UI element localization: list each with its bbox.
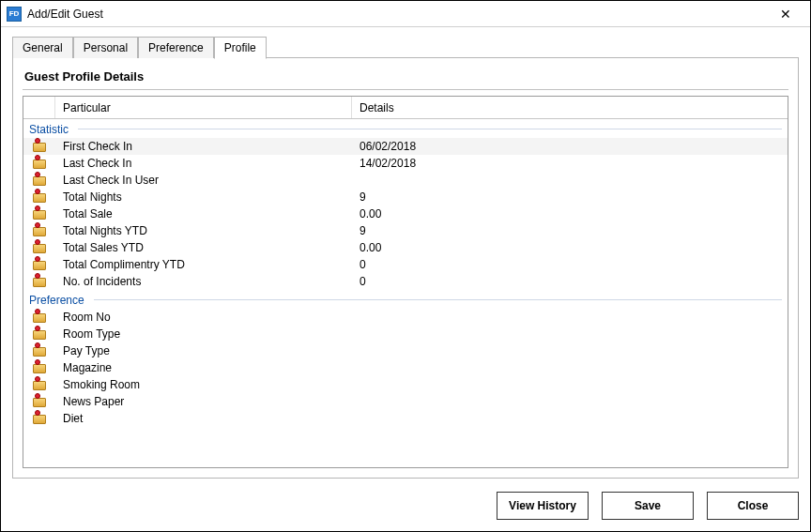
panel-title: Guest Profile Details xyxy=(23,66,788,90)
window-title: Add/Edit Guest xyxy=(27,8,767,21)
cell-details: 0.00 xyxy=(352,241,788,254)
cell-details: 14/02/2018 xyxy=(352,157,788,170)
cell-particular: Total Complimentry YTD xyxy=(55,258,352,271)
view-history-button[interactable]: View History xyxy=(497,492,589,520)
table-row[interactable]: Smoking Room xyxy=(23,376,788,393)
dialog-window: FD Add/Edit Guest ✕ General Personal Pre… xyxy=(0,0,811,532)
cell-particular: Room No xyxy=(55,311,352,324)
row-icon-cell xyxy=(23,312,55,323)
row-icon-cell xyxy=(23,242,55,253)
table-row[interactable]: Total Complimentry YTD0 xyxy=(23,256,788,273)
guest-folder-icon xyxy=(33,379,46,390)
table-row[interactable]: Total Nights9 xyxy=(23,189,788,205)
guest-folder-icon xyxy=(33,191,46,203)
tabstrip: General Personal Preference Profile xyxy=(12,37,799,58)
row-icon-cell xyxy=(23,362,55,373)
table-row[interactable]: Total Sale0.00 xyxy=(23,205,788,222)
cell-particular: First Check In xyxy=(55,140,352,153)
guest-folder-icon xyxy=(33,312,46,323)
dialog-body: General Personal Preference Profile Gues… xyxy=(1,27,810,531)
group-label: Statistic xyxy=(29,123,74,136)
cell-particular: News Paper xyxy=(55,395,352,408)
cell-details: 9 xyxy=(352,190,788,204)
close-button[interactable]: Close xyxy=(707,492,799,520)
cell-details: 0 xyxy=(352,275,788,288)
cell-particular: Total Sales YTD xyxy=(55,241,352,254)
cell-details: 0.00 xyxy=(352,207,788,220)
group-label: Preference xyxy=(29,294,90,307)
cell-particular: Last Check In xyxy=(55,157,352,170)
row-icon-cell xyxy=(23,158,55,169)
close-icon[interactable]: ✕ xyxy=(767,4,804,24)
cell-details: 9 xyxy=(352,224,788,237)
tab-profile[interactable]: Profile xyxy=(214,37,267,59)
cell-details: 06/02/2018 xyxy=(352,140,788,153)
cell-particular: No. of Incidents xyxy=(55,275,352,288)
cell-particular: Magazine xyxy=(55,361,352,374)
titlebar: FD Add/Edit Guest ✕ xyxy=(1,1,810,27)
tab-preference[interactable]: Preference xyxy=(138,37,214,58)
row-icon-cell xyxy=(23,208,55,220)
table-row[interactable]: Room No xyxy=(23,309,788,326)
table-row[interactable]: Room Type xyxy=(23,326,788,342)
app-icon: FD xyxy=(7,7,22,22)
save-button[interactable]: Save xyxy=(602,492,694,520)
guest-folder-icon xyxy=(33,276,46,287)
guest-folder-icon xyxy=(33,175,46,186)
table-row[interactable]: Total Sales YTD0.00 xyxy=(23,239,788,256)
guest-folder-icon xyxy=(33,158,46,169)
guest-folder-icon xyxy=(33,362,46,373)
row-icon-cell xyxy=(23,225,55,236)
group-header[interactable]: Preference xyxy=(23,290,788,309)
dialog-footer: View History Save Close xyxy=(12,479,799,520)
cell-details: 0 xyxy=(352,258,788,271)
table-row[interactable]: News Paper xyxy=(23,393,788,410)
row-icon-cell xyxy=(23,276,55,287)
col-header-particular[interactable]: Particular xyxy=(55,97,352,118)
table-row[interactable]: No. of Incidents0 xyxy=(23,273,788,290)
cell-particular: Room Type xyxy=(55,327,352,341)
table-row[interactable]: Pay Type xyxy=(23,342,788,359)
tab-general[interactable]: General xyxy=(12,37,73,58)
guest-folder-icon xyxy=(33,242,46,253)
cell-particular: Total Nights YTD xyxy=(55,224,352,237)
cell-particular: Pay Type xyxy=(55,344,352,357)
guest-folder-icon xyxy=(33,328,46,340)
row-icon-cell xyxy=(23,396,55,407)
row-icon-cell xyxy=(23,379,55,390)
row-icon-cell xyxy=(23,413,55,424)
tab-personal[interactable]: Personal xyxy=(73,37,138,58)
grid-body[interactable]: StatisticFirst Check In06/02/2018Last Ch… xyxy=(23,119,788,467)
row-icon-cell xyxy=(23,328,55,340)
row-icon-cell xyxy=(23,191,55,203)
row-icon-cell xyxy=(23,141,55,152)
tab-panel-profile: Guest Profile Details Particular Details… xyxy=(12,57,799,479)
table-row[interactable]: Total Nights YTD9 xyxy=(23,222,788,239)
guest-folder-icon xyxy=(33,396,46,407)
col-header-details[interactable]: Details xyxy=(352,97,788,118)
table-row[interactable]: Magazine xyxy=(23,359,788,376)
cell-particular: Diet xyxy=(55,412,352,425)
row-icon-cell xyxy=(23,259,55,270)
grid-header: Particular Details xyxy=(23,97,788,119)
table-row[interactable]: First Check In06/02/2018 xyxy=(23,138,788,155)
guest-folder-icon xyxy=(33,141,46,152)
table-row[interactable]: Diet xyxy=(23,410,788,427)
guest-folder-icon xyxy=(33,208,46,220)
group-header[interactable]: Statistic xyxy=(23,119,788,138)
table-row[interactable]: Last Check In14/02/2018 xyxy=(23,155,788,172)
cell-particular: Last Check In User xyxy=(55,174,352,187)
guest-folder-icon xyxy=(33,225,46,236)
cell-particular: Smoking Room xyxy=(55,378,352,391)
guest-folder-icon xyxy=(33,259,46,270)
row-icon-cell xyxy=(23,175,55,186)
col-header-icon[interactable] xyxy=(23,97,55,118)
guest-folder-icon xyxy=(33,413,46,424)
guest-folder-icon xyxy=(33,345,46,357)
profile-grid: Particular Details StatisticFirst Check … xyxy=(23,96,788,468)
table-row[interactable]: Last Check In User xyxy=(23,172,788,189)
cell-particular: Total Nights xyxy=(55,190,352,204)
row-icon-cell xyxy=(23,345,55,357)
cell-particular: Total Sale xyxy=(55,207,352,220)
